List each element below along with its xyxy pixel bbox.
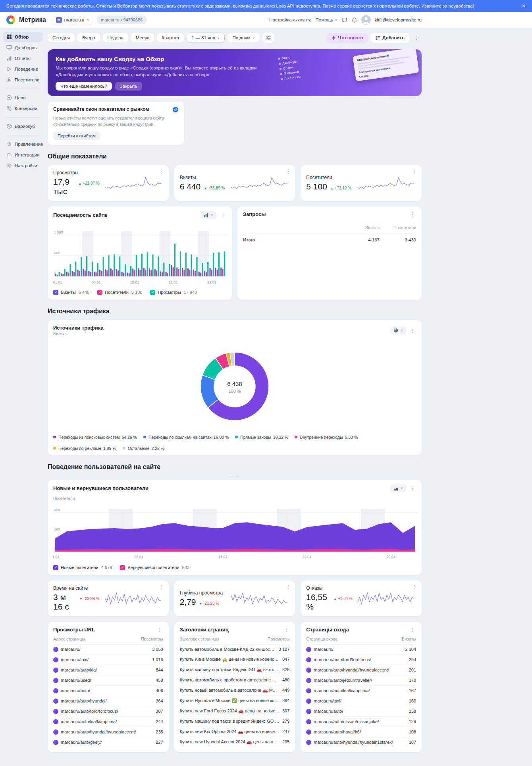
- chart-type-selector[interactable]: ∨: [200, 211, 216, 219]
- kebab-icon[interactable]: ⋮: [409, 211, 416, 217]
- table-row[interactable]: Купить Kia в Москве 🚕 цены на новые коре…: [180, 654, 290, 665]
- table-row[interactable]: Купить новый автомобиль в автосалоне 🚗 M…: [180, 685, 290, 696]
- table-row[interactable]: marcar.ru/auto/hyundai/hyundaiaccent/235: [53, 727, 163, 737]
- table-row[interactable]: marcar.ru/auto/ford/fordfocus/294: [306, 655, 416, 665]
- legend-item[interactable]: ✓Новые посетители4 979: [53, 565, 112, 570]
- table-row[interactable]: marcar.ru/auto/kia/844: [53, 665, 163, 675]
- legend-item[interactable]: ✓Вернувшиеся посетители533: [120, 565, 189, 570]
- toolbar-kebab-icon[interactable]: ⋮: [412, 34, 422, 42]
- promo-close-icon[interactable]: ✕: [412, 53, 416, 59]
- table-row[interactable]: marcar.ru/auto/haval/h6/108: [306, 727, 416, 737]
- legend-checkbox-icon[interactable]: ✓: [53, 290, 58, 295]
- table-row[interactable]: marcar.ru/auto/138: [306, 706, 416, 717]
- sidebar-item-integrations[interactable]: Интеграции: [3, 150, 42, 160]
- sidebar-item-reports[interactable]: Отчеты: [3, 53, 42, 64]
- period-button-today[interactable]: Сегодня: [48, 33, 75, 42]
- table-row[interactable]: Купить new Ford Focus 2024 🚗 цены на нов…: [180, 706, 290, 716]
- sidebar-item-overview[interactable]: Обзор: [3, 32, 42, 42]
- table-row[interactable]: marcar.ru/2 104: [306, 644, 416, 655]
- table-row[interactable]: marcar.ru/auto/hyundai/hyundaih1starex/1…: [306, 737, 416, 747]
- granularity-selector[interactable]: По дням ∨: [227, 33, 260, 42]
- table-row[interactable]: marcar.ru/auto/ford/fordfocus/307: [53, 706, 163, 717]
- legend-item[interactable]: Остальные2,22 %: [123, 446, 164, 451]
- sidebar-item-behavior[interactable]: Поведение: [3, 64, 42, 74]
- kebab-icon[interactable]: ⋮: [285, 584, 291, 589]
- date-range-selector[interactable]: 1 — 31 янв ∨: [187, 33, 225, 43]
- table-row[interactable]: marcar.ru/auto/hyundai/364: [53, 696, 163, 706]
- legend-item[interactable]: Переходы по ссылкам на сайтах16,08 %: [143, 435, 229, 440]
- sidebar-item-dashboards[interactable]: Дашборды: [3, 42, 42, 53]
- legend-checkbox-icon[interactable]: ✓: [53, 565, 58, 570]
- legend-checkbox-icon[interactable]: ✓: [150, 290, 155, 295]
- chart-type-selector[interactable]: ∨: [390, 484, 406, 492]
- table-row[interactable]: marcar.ru/3 050: [53, 644, 163, 655]
- kebab-icon[interactable]: ⋮: [412, 169, 417, 174]
- period-button-week[interactable]: Неделя: [103, 33, 128, 42]
- legend-checkbox-icon[interactable]: ✓: [97, 290, 102, 295]
- counter-meta: marcar.ru • 94790686: [97, 15, 146, 24]
- go-to-reports-button[interactable]: Перейти к отчётам: [53, 131, 100, 140]
- add-widget-button[interactable]: Добавить: [370, 33, 409, 43]
- sidebar-item-conversions[interactable]: Конверсии: [3, 103, 42, 114]
- kebab-icon[interactable]: ⋮: [283, 627, 289, 633]
- table-row[interactable]: Купить Hyundai в Москве ✅ цены на новые …: [180, 696, 290, 706]
- period-button-quarter[interactable]: Квартал: [157, 33, 183, 42]
- legend-item[interactable]: Внутренние переходы5,33 %: [295, 435, 358, 440]
- chat-icon[interactable]: [341, 17, 347, 23]
- kebab-icon[interactable]: ⋮: [156, 627, 163, 633]
- sidebar-item-settings[interactable]: Настройки: [3, 160, 42, 171]
- table-row[interactable]: Купить автомобиль с пробегом в автосалон…: [180, 675, 290, 685]
- counter-selector[interactable]: M marcar.ru ∨: [52, 15, 93, 25]
- sidebar-item-goals[interactable]: Цели: [3, 93, 42, 103]
- promo-more-button[interactable]: Что еще изменилось?: [56, 82, 112, 91]
- legend-item[interactable]: ✓Посетители5 100: [97, 290, 142, 295]
- queries-total-row[interactable]: Итого 4 137 3 430: [243, 233, 416, 246]
- legend-item[interactable]: ✓Просмотры17 948: [150, 290, 197, 295]
- table-row[interactable]: Купить new Kia Optima 2024 🚗 цены на нов…: [180, 727, 290, 737]
- kebab-icon[interactable]: ⋮: [409, 328, 416, 334]
- table-row[interactable]: marcar.ru/auto/kia/kiaoptima/167: [306, 686, 416, 696]
- period-button-month[interactable]: Месяц: [131, 33, 154, 42]
- kebab-icon[interactable]: ⋮: [159, 169, 164, 174]
- kebab-icon[interactable]: ⋮: [409, 627, 416, 633]
- table-row[interactable]: marcar.ru/used/458: [53, 675, 163, 686]
- notifications-bell-icon[interactable]: [351, 17, 357, 23]
- kebab-icon[interactable]: ⋮: [220, 212, 226, 218]
- table-row[interactable]: marcar.ru/taxi/1 016: [53, 655, 163, 665]
- maintenance-close-icon[interactable]: ✕: [522, 3, 526, 9]
- segments-filter-button[interactable]: [262, 33, 274, 43]
- table-row[interactable]: Купить автомобиль в Москве КАД 22 км шос…: [180, 644, 290, 654]
- kebab-icon[interactable]: ⋮: [285, 169, 291, 174]
- legend-item[interactable]: Прямые заходы10,22 %: [235, 435, 288, 440]
- legend-item[interactable]: ✓Визиты6 440: [53, 290, 89, 295]
- drag-handle-icon[interactable]: ⋯ ⋯: [48, 474, 422, 478]
- kebab-icon[interactable]: ⋮: [412, 584, 417, 589]
- table-row[interactable]: marcar.ru/auto/nissan/nissanjuke/129: [306, 717, 416, 727]
- whats-new-button[interactable]: Что нового: [327, 33, 368, 43]
- table-row[interactable]: marcar.ru/auto/hyundai/hyundaiaccent/201: [306, 665, 416, 675]
- legend-item[interactable]: Переходы из поисковых систем64,26 %: [53, 435, 137, 440]
- period-button-yesterday[interactable]: Вчера: [77, 33, 100, 42]
- account-settings-link[interactable]: Настройка аккаунта: [269, 17, 311, 22]
- sidebar-item-variocube[interactable]: Вариокуб: [3, 121, 42, 131]
- table-row[interactable]: Купить машину под такси в кредит Яндекс …: [180, 716, 290, 727]
- promo-close-button[interactable]: Закрыть: [115, 82, 142, 91]
- table-row[interactable]: marcar.ru/auto/406: [53, 686, 163, 696]
- user-avatar[interactable]: [361, 15, 371, 25]
- table-row[interactable]: marcar.ru/auto/jetour/traveller/170: [306, 675, 416, 686]
- sidebar-item-acquisition[interactable]: Привлечение: [3, 139, 42, 149]
- table-row[interactable]: Купить new Hyundai Accent 2024 🚗 цены на…: [180, 737, 290, 747]
- legend-dot-icon: [235, 436, 238, 438]
- table-row[interactable]: Купить машину под такси Яндекс GO 🚗 взят…: [180, 665, 290, 675]
- help-menu[interactable]: Помощь ∨: [316, 17, 337, 22]
- table-row[interactable]: marcar.ru/taxi/160: [306, 696, 416, 706]
- user-email[interactable]: kirill@developmysite.ru: [375, 17, 422, 22]
- kebab-icon[interactable]: ⋮: [159, 584, 164, 589]
- legend-checkbox-icon[interactable]: ✓: [120, 565, 125, 570]
- chart-type-selector[interactable]: ∨: [390, 326, 406, 334]
- legend-item[interactable]: Переходы по рекламе1,89 %: [53, 446, 116, 451]
- sidebar-item-visitors[interactable]: Посетители: [3, 75, 42, 85]
- table-row[interactable]: marcar.ru/auto/kia/kiaoptima/244: [53, 717, 163, 727]
- kebab-icon[interactable]: ⋮: [409, 485, 416, 491]
- table-row[interactable]: marcar.ru/auto/geely/227: [53, 737, 163, 747]
